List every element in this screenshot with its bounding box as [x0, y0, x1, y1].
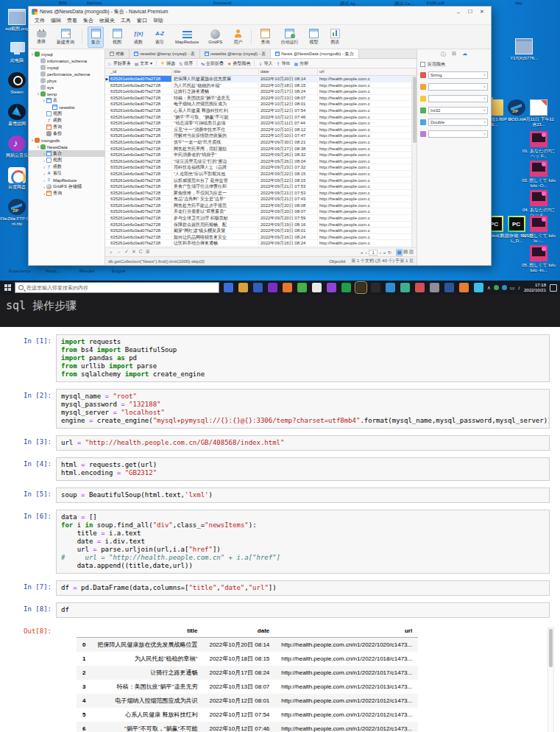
cell-id[interactable]: 635261eb6c0ad07fa2728: [109, 164, 172, 170]
output-scrollbar[interactable]: [547, 627, 554, 732]
desktop-icon-album[interactable]: 01. あなたの?にヘッ F...: [522, 131, 556, 159]
cell-title[interactable]: 以权威规范出台了 延伸监管: [172, 177, 259, 183]
code-area[interactable]: url = "http://health.people.com.cn/GB/40…: [56, 435, 550, 451]
taskbar-app-icon[interactable]: [415, 283, 425, 292]
desktop-icon-album[interactable]: 03. 想しくて lulululu -O...: [522, 161, 556, 189]
cell-id[interactable]: 635261eb6c0ad07fa2728: [109, 95, 172, 101]
cell-date[interactable]: 2022年09月20日 07:59: [259, 215, 318, 221]
taskbar-app-icon[interactable]: [474, 283, 483, 292]
tab-News @NewsData (mongodb) - 集合[interactable]: News @NewsData (mongodb) - 集合: [271, 49, 358, 58]
cell-date[interactable]: 2022年09月21日 07:53: [259, 190, 318, 196]
menu-窗口[interactable]: 窗口: [137, 17, 147, 24]
taskbar-app-icon[interactable]: [400, 283, 410, 292]
cell-id[interactable]: 635261eb6c0ad07fa2728: [109, 139, 172, 145]
pagination-«[interactable]: «: [361, 250, 363, 255]
menu-帮助[interactable]: 帮助: [153, 17, 163, 24]
cell-title[interactable]: 美食广告须守住法律责任和: [172, 183, 259, 189]
tree-item-performance_schema[interactable]: performance_schema: [29, 71, 104, 77]
panel-icon-0[interactable]: ⓘ: [441, 51, 446, 58]
cell-url[interactable]: http://health.people.com.c: [318, 146, 417, 152]
cell-date[interactable]: 2022年09月16日 08:24: [259, 234, 318, 240]
cell-url[interactable]: http://health.people.com.c: [318, 247, 417, 247]
toolbar-chart-button[interactable]: 图表: [327, 27, 343, 47]
code-cell[interactable]: In [4]:html = requests.get(url)html.enco…: [10, 457, 550, 481]
toolbar-table-button[interactable]: 集合: [88, 27, 104, 48]
menu-集合[interactable]: 集合: [83, 17, 93, 24]
tree-item-NewsData[interactable]: ˅NewsData: [29, 144, 104, 150]
pagination-‹[interactable]: ‹: [365, 250, 366, 255]
tree-item-GridFS 存储桶[interactable]: ›GridFS 存储桶: [29, 183, 104, 190]
filterbar-分析-button[interactable]: ▦分析: [294, 60, 308, 67]
filterbar-导出-button[interactable]: ⇑导出: [276, 60, 290, 67]
cell-title[interactable]: 网售处方药开闸，用好激励: [172, 146, 259, 152]
taskbar-app-icon[interactable]: [297, 283, 307, 292]
cell-date[interactable]: 2022年10月12日 07:46: [259, 114, 318, 120]
cell-title[interactable]: 用科技造福残障人士（品牌: [172, 164, 259, 170]
code-cell[interactable]: In [1]:import requestsfrom bs4 import Be…: [10, 334, 550, 382]
view-mode-2[interactable]: ▥: [408, 249, 414, 256]
tree-item-temp[interactable]: ˅temp: [29, 91, 104, 97]
taskbar-app-icon[interactable]: [327, 283, 336, 292]
menu-文件[interactable]: 文件: [35, 17, 45, 24]
table-row[interactable]: 635261eb6c0ad07fa2728网售处方药不能止步于规范2022年09…: [105, 203, 417, 209]
toolbar-model-button[interactable]: 模型: [305, 27, 322, 47]
tree-item-mongodb[interactable]: ˅mongodb: [29, 137, 104, 144]
cell-title[interactable]: 网售处方药不能止步于规范: [172, 203, 259, 208]
table-row[interactable]: 635261eb6c0ad07fa2728理解对当前疫情防控政策的2022年10…: [105, 133, 417, 139]
tray-icon[interactable]: [502, 285, 507, 290]
cell-url[interactable]: http://health.people.com.c: [318, 108, 417, 113]
tree-item-查询[interactable]: ›查询: [29, 190, 104, 197]
taskbar-app-icon[interactable]: [268, 283, 277, 292]
tab-newslist @temp (mysql) - 表[interactable]: newslist @temp (mysql) - 表: [200, 49, 271, 58]
tree-item-视图[interactable]: ›视图: [29, 157, 104, 163]
cell-date[interactable]: 2022年10月12日 08:01: [259, 101, 318, 107]
cell-url[interactable]: http://health.people.com.c: [318, 171, 417, 177]
cell-id[interactable]: 635261eb6c0ad07fa2728: [109, 171, 172, 177]
cell-url[interactable]: http://health.people.com.c: [318, 120, 417, 126]
code-area[interactable]: import requestsfrom bs4 import Beautiful…: [56, 334, 550, 382]
menu-编辑[interactable]: 编辑: [51, 17, 61, 24]
table-row[interactable]: 635261eb6c0ad07fa2728为人民托起"稳稳的幸福"2022年10…: [105, 82, 417, 89]
cell-date[interactable]: 2022年09月30日 08:21: [259, 139, 318, 145]
cell-id[interactable]: 635261eb6c0ad07fa2728: [109, 247, 172, 247]
record-✓-button[interactable]: ✓: [124, 249, 129, 256]
column-header-date[interactable]: date: [259, 68, 318, 75]
pagination-1[interactable]: 1: [369, 250, 377, 256]
tray-icon[interactable]: ♪: [517, 285, 520, 290]
desktop-icon-album[interactable]: 04. あなたの?にヘッド...: [522, 190, 556, 218]
pagination-›[interactable]: ›: [380, 250, 381, 255]
tray-icon[interactable]: ∧: [487, 285, 491, 291]
cell-id[interactable]: 635261eb6c0ad07fa2728: [109, 82, 172, 88]
table-row[interactable]: 635261eb6c0ad07fa2728电子烟纳入控烟范围应成为2022年10…: [105, 101, 417, 108]
code-cell[interactable]: In [8]:df: [10, 602, 550, 618]
table-row[interactable]: 635261eb6c0ad07fa2728以权威规范出台了 延伸监管2022年0…: [105, 177, 417, 184]
record-≣-button[interactable]: ≣: [146, 249, 150, 256]
cell-title[interactable]: 筑牢"一老一幼"民生底线: [172, 139, 259, 145]
action-center-icon[interactable]: [550, 284, 557, 292]
taskbar-search[interactable]: 在这里输入你要搜索的内容: [15, 282, 219, 293]
cell-id[interactable]: 635261eb6c0ad07fa2728: [109, 114, 172, 120]
code-cell[interactable]: In [2]:mysql_name = "root"mysql_password…: [10, 389, 550, 429]
tray-icon[interactable]: [494, 285, 499, 290]
table-row[interactable]: 635261eb6c0ad07fa2728"躺平"不可取、"躺赢"不可能2022…: [105, 114, 417, 121]
cell-url[interactable]: http://health.people.com.c: [318, 88, 417, 94]
cell-url[interactable]: http://health.people.com.c: [318, 158, 417, 164]
filterbar-全部折叠-button[interactable]: ↹全部折叠: [201, 60, 224, 67]
table-row[interactable]: 635261eb6c0ad07fa2728乐见"十一"消费中技术不住2022年1…: [105, 127, 417, 133]
cell-title[interactable]: 中药消费者的"钱袋子": [172, 152, 259, 158]
cell-date[interactable]: 2022年09月23日 07:32: [259, 164, 318, 170]
cell-url[interactable]: http://health.people.com.c: [318, 164, 417, 170]
table-row[interactable]: 635261eb6c0ad07fa2728保障群众就医用药顺畅、配2022年09…: [105, 222, 417, 228]
cell-title[interactable]: 乐见"十一"消费中技术不住: [172, 127, 259, 133]
table-row[interactable]: 635261eb6c0ad07fa2728参与全球卫生治理 积极贡献2022年0…: [105, 215, 417, 222]
toolbar-mapreduce-button[interactable]: MapReduce: [173, 28, 201, 46]
cell-url[interactable]: http://health.people.com.c: [318, 240, 417, 246]
filterbar-开始事务-button[interactable]: ▷开始事务: [108, 60, 131, 67]
table-row[interactable]: 635261eb6c0ad07fa2728网售处方药开闸，用好激励2022年09…: [105, 146, 417, 152]
column-header-_id[interactable]: _id: [109, 68, 172, 75]
cell-url[interactable]: http://health.people.com.c: [318, 215, 417, 221]
start-button[interactable]: [0, 281, 15, 295]
menu-工具[interactable]: 工具: [121, 17, 131, 24]
type-select[interactable]: String˅: [428, 71, 488, 79]
record-－-button[interactable]: －: [116, 249, 121, 256]
